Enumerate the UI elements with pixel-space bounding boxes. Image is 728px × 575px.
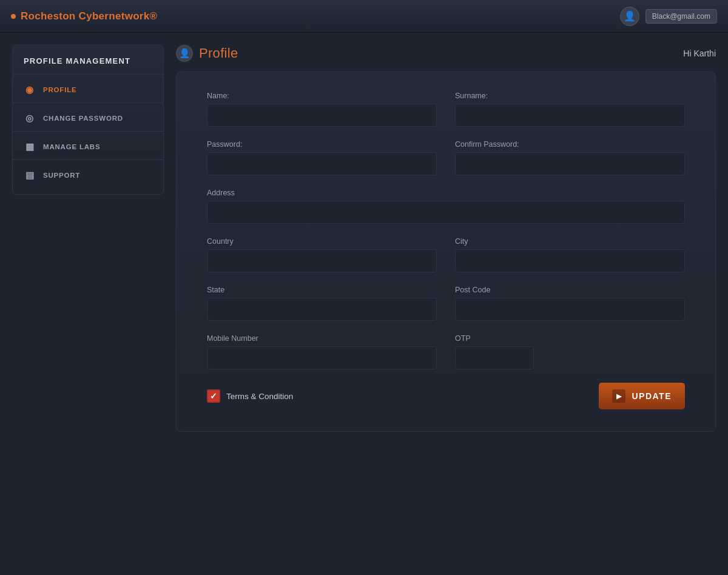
update-button[interactable]: ▶ UPDATE [599,383,685,409]
confirm-password-group: Confirm Password: [455,140,685,175]
otp-label: OTP [455,334,685,343]
password-row: Password: Confirm Password: [207,140,685,175]
support-icon: ▤ [24,169,36,181]
mobile-otp-row: Mobile Number OTP [207,334,685,369]
sidebar-item-profile[interactable]: ◉ PROFILE [13,77,163,103]
brand-area: Rocheston Cybernetwork® [11,10,157,22]
post-code-group: Post Code [455,286,685,321]
page-icon-glyph: 👤 [179,48,190,59]
change-password-icon: ◎ [24,112,36,124]
post-code-input[interactable] [455,298,685,321]
topnav-right: 👤 Black@gmail.com [620,7,717,26]
password-input[interactable] [207,152,437,175]
country-group: Country [207,237,437,272]
surname-group: Surname: [455,92,685,127]
name-group: Name: [207,92,437,127]
update-label: UPDATE [632,391,672,401]
name-surname-row: Name: Surname: [207,92,685,127]
sidebar-label-profile: PROFILE [43,86,76,93]
sidebar-divider-2 [13,131,163,132]
content-area: 👤 Profile Hi Karthi Name: Surname: [176,45,716,560]
manage-labs-icon: ▩ [24,141,36,153]
address-input[interactable] [207,201,685,224]
topnav: Rocheston Cybernetwork® 👤 Black@gmail.co… [0,0,728,33]
password-group: Password: [207,140,437,175]
page-title: Profile [199,45,238,61]
country-city-row: Country City [207,237,685,272]
sidebar-label-support: SUPPORT [43,172,80,179]
city-label: City [455,237,685,246]
state-label: State [207,286,437,294]
sidebar-item-support[interactable]: ▤ SUPPORT [13,163,163,188]
terms-label: Terms & Condition [226,392,293,401]
page-title-icon: 👤 [176,45,193,62]
country-input[interactable] [207,249,437,272]
mobile-label: Mobile Number [207,334,437,343]
state-group: State [207,286,437,321]
state-postcode-row: State Post Code [207,286,685,321]
country-label: Country [207,237,437,246]
sidebar-item-change-password[interactable]: ◎ CHANGE PASSWORD [13,106,163,131]
name-label: Name: [207,92,437,100]
sidebar-divider [13,74,163,75]
sidebar-label-change-password: CHANGE PASSWORD [43,115,123,122]
main-layout: PROFILE MANAGEMENT ◉ PROFILE ◎ CHANGE PA… [0,33,728,573]
sidebar-label-manage-labs: MANAGE LABS [43,143,100,150]
user-icon-glyph: 👤 [624,10,636,22]
name-input[interactable] [207,104,437,127]
user-email-badge[interactable]: Black@gmail.com [645,9,717,24]
greeting-text: Hi Karthi [683,49,716,58]
city-input[interactable] [455,249,685,272]
sidebar-title: PROFILE MANAGEMENT [13,56,163,74]
form-panel: Name: Surname: Password: Confirm Passwor… [176,72,716,432]
confirm-password-label: Confirm Password: [455,140,685,149]
user-avatar-icon[interactable]: 👤 [620,7,639,26]
terms-wrap: ✓ Terms & Condition [207,389,293,403]
address-label: Address [207,189,685,197]
play-icon: ▶ [612,389,625,403]
otp-input[interactable] [455,346,534,369]
password-label: Password: [207,140,437,149]
profile-icon: ◉ [24,84,36,96]
sidebar: PROFILE MANAGEMENT ◉ PROFILE ◎ CHANGE PA… [12,45,164,195]
mobile-input[interactable] [207,346,437,369]
sidebar-item-manage-labs[interactable]: ▩ MANAGE LABS [13,134,163,160]
surname-input[interactable] [455,104,685,127]
surname-label: Surname: [455,92,685,100]
sidebar-divider-1 [13,103,163,103]
checkmark-icon: ✓ [210,391,217,401]
brand-name: Rocheston Cybernetwork® [21,10,157,22]
brand-dot [11,14,16,19]
page-header: 👤 Profile Hi Karthi [176,45,716,62]
terms-checkbox[interactable]: ✓ [207,389,220,403]
page-title-wrap: 👤 Profile [176,45,238,62]
state-input[interactable] [207,298,437,321]
address-group: Address [207,189,685,224]
form-bottom: ✓ Terms & Condition ▶ UPDATE [207,383,685,409]
confirm-password-input[interactable] [455,152,685,175]
city-group: City [455,237,685,272]
address-row: Address [207,189,685,224]
mobile-group: Mobile Number [207,334,437,369]
post-code-label: Post Code [455,286,685,294]
otp-group: OTP [455,334,685,369]
sidebar-divider-3 [13,160,163,160]
